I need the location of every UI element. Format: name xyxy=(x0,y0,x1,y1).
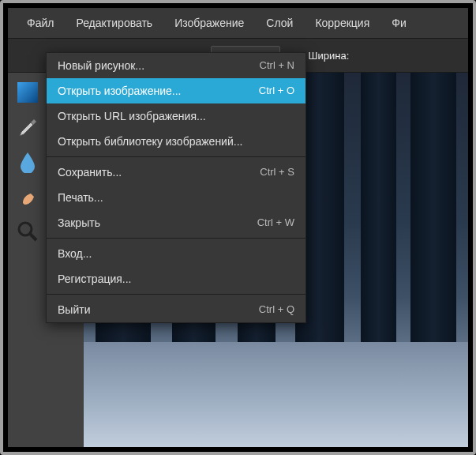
menu-item-label: Закрыть xyxy=(58,216,100,229)
menu-item-open-url[interactable]: Открыть URL изображения... xyxy=(47,103,305,129)
menu-item-shortcut: Ctrl + S xyxy=(260,166,294,179)
menu-item-label: Открыть URL изображения... xyxy=(58,110,206,122)
svg-point-9 xyxy=(19,223,32,235)
menu-item-open-library[interactable]: Открыть библиотеку изображений... xyxy=(47,129,305,154)
menu-correction[interactable]: Коррекция xyxy=(304,10,380,36)
menu-item-label: Выйти xyxy=(58,303,90,316)
menu-item-label: Регистрация... xyxy=(58,273,132,285)
menu-file[interactable]: Файл xyxy=(16,10,65,36)
gradient-tool-icon[interactable] xyxy=(13,77,43,107)
menu-item-shortcut: Ctrl + O xyxy=(259,85,294,97)
menu-item-shortcut: Ctrl + N xyxy=(260,59,294,72)
menu-image[interactable]: Изображение xyxy=(163,10,255,36)
menu-edit[interactable]: Редактировать xyxy=(65,10,163,36)
menu-item-login[interactable]: Вход... xyxy=(47,241,305,266)
width-label: Ширина: xyxy=(309,50,350,62)
menu-item-label: Открыть изображение... xyxy=(58,85,182,97)
menu-item-label: Печать... xyxy=(58,191,103,204)
svg-rect-0 xyxy=(17,82,38,103)
menu-layer[interactable]: Слой xyxy=(255,10,304,36)
menu-item-shortcut: Ctrl + W xyxy=(257,216,294,229)
menu-item-new[interactable]: Новый рисунок... Ctrl + N xyxy=(47,53,305,78)
eyedropper-icon[interactable] xyxy=(13,112,43,142)
menu-item-register[interactable]: Регистрация... xyxy=(47,266,305,291)
menu-item-label: Открыть библиотеку изображений... xyxy=(58,135,242,148)
menu-item-open[interactable]: Открыть изображение... Ctrl + O xyxy=(47,78,305,103)
menubar: Файл Редактировать Изображение Слой Корр… xyxy=(8,8,468,38)
menu-item-label: Новый рисунок... xyxy=(58,59,144,72)
menu-item-label: Вход... xyxy=(58,247,92,260)
menu-filter[interactable]: Фи xyxy=(380,10,417,36)
menu-item-close[interactable]: Закрыть Ctrl + W xyxy=(47,210,305,235)
menu-item-exit[interactable]: Выйти Ctrl + Q xyxy=(47,297,305,322)
menu-separator xyxy=(47,238,305,239)
menu-item-print[interactable]: Печать... xyxy=(47,185,305,210)
menu-item-save[interactable]: Сохранить... Ctrl + S xyxy=(47,160,305,185)
file-menu-dropdown: Новый рисунок... Ctrl + N Открыть изобра… xyxy=(46,52,306,323)
menu-separator xyxy=(47,294,305,295)
menu-item-shortcut: Ctrl + Q xyxy=(259,303,294,316)
zoom-tool-icon[interactable] xyxy=(13,216,43,246)
menu-separator xyxy=(47,156,305,157)
smudge-tool-icon[interactable] xyxy=(13,182,43,212)
blur-tool-icon[interactable] xyxy=(13,147,43,177)
menu-item-label: Сохранить... xyxy=(58,166,122,179)
